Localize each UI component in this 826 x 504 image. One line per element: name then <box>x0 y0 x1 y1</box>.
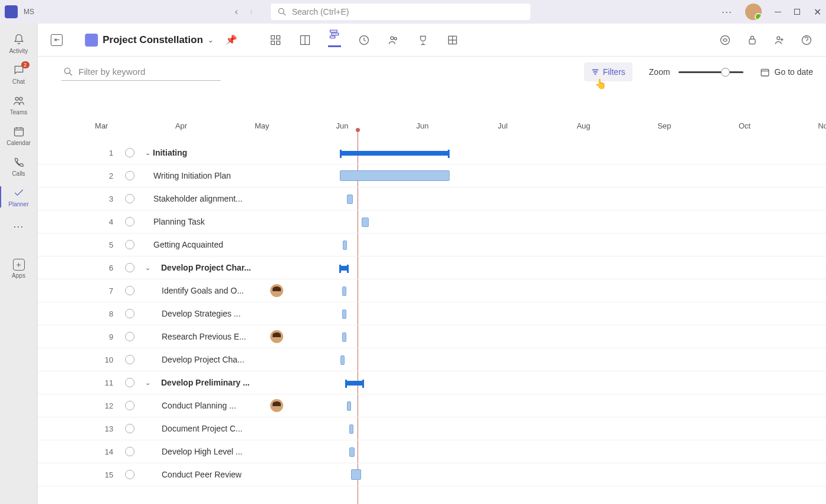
gantt-bar[interactable] <box>340 170 450 181</box>
view-goals[interactable] <box>417 34 430 47</box>
back-button[interactable]: ‹ <box>235 6 238 17</box>
gantt-bar[interactable] <box>351 469 361 480</box>
chevron-down-icon[interactable]: ⌄ <box>145 264 150 272</box>
search-input[interactable]: Search (Ctrl+E) <box>271 4 530 20</box>
row-number: 1 <box>97 149 120 157</box>
forward-button[interactable]: › <box>250 6 253 17</box>
gantt-bar[interactable] <box>343 241 347 250</box>
zoom-thumb[interactable] <box>721 68 730 77</box>
task-row[interactable]: 10Develop Project Cha... <box>38 348 826 371</box>
assignee-avatar[interactable] <box>270 330 283 343</box>
maximize-button[interactable] <box>794 9 800 15</box>
task-row[interactable]: 13Document Project C... <box>38 417 826 440</box>
gantt-bar[interactable] <box>349 447 355 457</box>
complete-toggle[interactable] <box>125 194 135 203</box>
members-button[interactable] <box>773 34 786 47</box>
rail-activity[interactable]: Activity <box>0 28 38 59</box>
close-button[interactable]: ✕ <box>813 8 821 16</box>
minimize-button[interactable] <box>775 12 781 12</box>
task-row[interactable]: 2Writing Initiation Plan <box>38 164 826 187</box>
gantt-bar[interactable] <box>342 286 346 296</box>
help-button[interactable] <box>800 34 813 47</box>
chevron-down-icon[interactable]: ⌄ <box>145 149 150 157</box>
plan-selector[interactable]: Project Constellation ⌄ <box>85 34 214 47</box>
people-icon <box>12 94 25 107</box>
complete-toggle[interactable] <box>125 171 135 180</box>
complete-toggle[interactable] <box>125 447 135 456</box>
task-row[interactable]: 14Develop High Level ... <box>38 440 826 463</box>
complete-toggle[interactable] <box>125 286 135 295</box>
complete-toggle[interactable] <box>125 309 135 318</box>
gantt-bar[interactable] <box>340 355 345 365</box>
user-avatar[interactable] <box>745 4 762 20</box>
complete-toggle[interactable] <box>125 263 135 272</box>
rail-apps[interactable]: + Apps <box>0 254 38 284</box>
view-grid[interactable] <box>269 34 282 47</box>
gantt-bar[interactable] <box>362 218 369 227</box>
task-row[interactable]: 3Stakeholder alignment... <box>38 187 826 210</box>
task-title: Develop Project Cha... <box>162 355 244 364</box>
task-row[interactable]: 9Research Previous E... <box>38 325 826 348</box>
zoom-slider[interactable] <box>678 71 743 73</box>
gantt-bar[interactable] <box>347 195 353 204</box>
task-title: Getting Acquainted <box>153 240 223 249</box>
view-board[interactable] <box>299 34 312 47</box>
complete-toggle[interactable] <box>125 217 135 226</box>
view-schedule[interactable] <box>358 34 371 47</box>
rail-teams[interactable]: Teams <box>0 90 38 120</box>
complete-toggle[interactable] <box>125 401 135 410</box>
expand-pane-button[interactable]: ⇤ <box>51 34 63 46</box>
task-row[interactable]: 15Conduct Peer Review <box>38 463 826 486</box>
month-label: Sep <box>657 121 671 130</box>
task-row[interactable]: 5Getting Acquainted <box>38 233 826 256</box>
complete-toggle[interactable] <box>125 355 135 364</box>
gantt-bar[interactable] <box>340 151 450 156</box>
task-row[interactable]: 1⌄Initiating <box>38 141 826 164</box>
assignee-avatar[interactable] <box>270 399 283 412</box>
assignee-avatar[interactable] <box>270 284 283 297</box>
rail-planner[interactable]: Planner <box>0 182 38 212</box>
phone-icon <box>12 156 25 169</box>
copilot-button[interactable] <box>719 34 732 47</box>
complete-toggle[interactable] <box>125 332 135 341</box>
complete-toggle[interactable] <box>125 240 135 249</box>
task-row[interactable]: 7Identify Goals and O... <box>38 279 826 302</box>
gantt-chart[interactable]: MarAprMayJunJunJulAugSepOctNov 1⌄Initiat… <box>38 87 826 504</box>
complete-toggle[interactable] <box>125 424 135 433</box>
search-icon <box>64 67 73 76</box>
filter-input[interactable]: Filter by keyword <box>61 63 221 81</box>
filter-placeholder: Filter by keyword <box>78 67 145 77</box>
row-number: 4 <box>97 218 120 226</box>
gantt-bar[interactable] <box>345 381 364 386</box>
rail-chat[interactable]: 2 Chat <box>0 59 38 90</box>
view-timeline[interactable] <box>328 34 341 47</box>
view-charts[interactable] <box>446 34 459 47</box>
filters-button[interactable]: Filters 👆 <box>584 62 632 81</box>
pin-button[interactable]: 📌 <box>225 34 237 45</box>
gantt-bar[interactable] <box>342 332 346 342</box>
rail-calls[interactable]: Calls <box>0 151 38 182</box>
gantt-bar[interactable] <box>342 309 346 319</box>
task-row[interactable]: 4Planning Task <box>38 210 826 233</box>
svg-point-25 <box>777 37 780 39</box>
complete-toggle[interactable] <box>125 378 135 387</box>
share-button[interactable] <box>746 34 759 47</box>
gantt-bar[interactable] <box>349 424 353 434</box>
more-button[interactable]: ··· <box>722 6 732 18</box>
planner-icon <box>12 186 25 199</box>
task-row[interactable]: 11⌄Develop Preliminary ... <box>38 371 826 394</box>
view-people[interactable] <box>387 34 400 47</box>
svg-point-2 <box>15 97 18 100</box>
complete-toggle[interactable] <box>125 148 135 157</box>
gantt-bar[interactable] <box>339 266 349 271</box>
task-row[interactable]: 6⌄Develop Project Char... <box>38 256 826 279</box>
rail-more[interactable]: ··· <box>0 216 38 238</box>
gantt-bar[interactable] <box>347 401 351 411</box>
goto-date-button[interactable]: Go to date <box>760 67 813 77</box>
task-row[interactable]: 8Develop Strategies ... <box>38 302 826 325</box>
complete-toggle[interactable] <box>125 470 135 479</box>
row-number: 7 <box>97 286 120 295</box>
task-row[interactable]: 12Conduct Planning ... <box>38 394 826 417</box>
chevron-down-icon[interactable]: ⌄ <box>145 379 150 387</box>
rail-calendar[interactable]: Calendar <box>0 120 38 151</box>
